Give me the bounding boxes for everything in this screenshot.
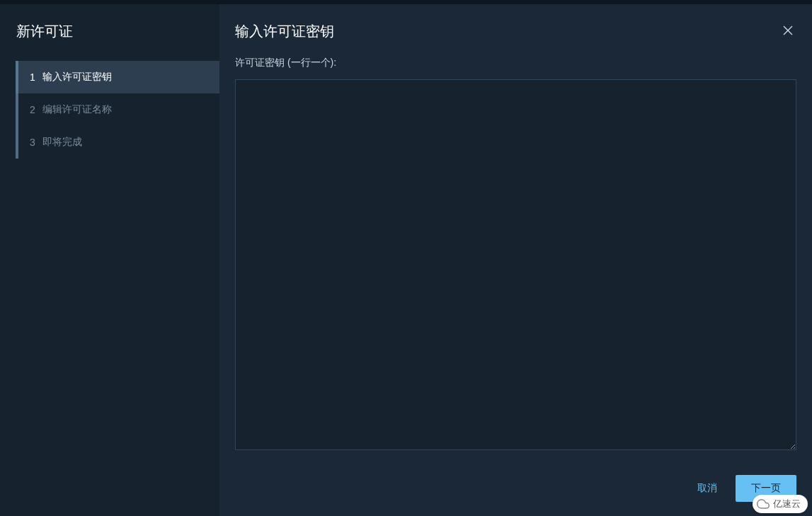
field-label: 许可证密钥 (一行一个):	[235, 57, 796, 69]
dialog-container: 新许可证 1 输入许可证密钥 2 编辑许可证名称 3 即将完成 输入许可证密钥	[0, 4, 812, 516]
step-enter-key[interactable]: 1 输入许可证密钥	[16, 61, 219, 93]
main-title: 输入许可证密钥	[235, 22, 334, 41]
watermark: 亿速云	[753, 495, 808, 513]
step-number: 1	[30, 71, 42, 83]
step-finish[interactable]: 3 即将完成	[16, 126, 219, 159]
step-list: 1 输入许可证密钥 2 编辑许可证名称 3 即将完成	[16, 61, 219, 159]
sidebar-title: 新许可证	[0, 22, 219, 61]
cloud-icon	[757, 498, 770, 510]
main-header: 输入许可证密钥	[235, 22, 796, 41]
step-label: 编辑许可证名称	[42, 103, 112, 116]
step-label: 即将完成	[42, 136, 82, 149]
close-button[interactable]	[779, 22, 796, 39]
close-icon	[782, 25, 794, 36]
license-key-textarea[interactable]	[235, 79, 796, 450]
watermark-text: 亿速云	[773, 498, 801, 510]
textarea-wrap	[235, 79, 796, 461]
cancel-button[interactable]: 取消	[697, 482, 717, 495]
main-panel: 输入许可证密钥 许可证密钥 (一行一个): 取消 下一页	[219, 4, 812, 516]
step-edit-name[interactable]: 2 编辑许可证名称	[16, 93, 219, 126]
step-number: 3	[30, 137, 42, 148]
footer: 取消 下一页	[235, 475, 796, 502]
step-label: 输入许可证密钥	[42, 71, 112, 84]
step-number: 2	[30, 104, 42, 115]
sidebar: 新许可证 1 输入许可证密钥 2 编辑许可证名称 3 即将完成	[0, 4, 219, 516]
